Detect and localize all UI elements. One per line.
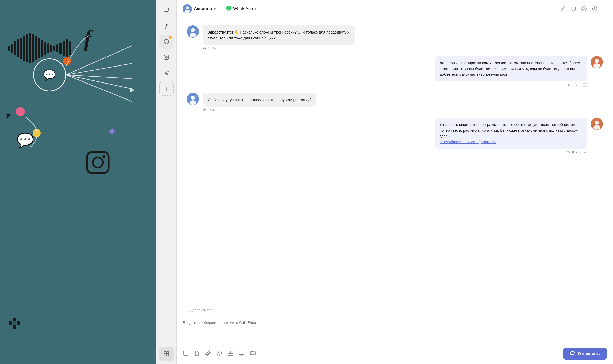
sidebar-bottom-icon[interactable]	[159, 347, 174, 361]
table-row: Здравствуйте! 👋 Насколько сложны трениро…	[187, 25, 603, 50]
svg-rect-22	[164, 354, 166, 356]
emoji-icon[interactable]	[216, 350, 222, 358]
contact-selector[interactable]: Аксинья ▾	[183, 4, 216, 13]
svg-line-12	[66, 75, 132, 102]
svg-rect-64	[228, 353, 233, 355]
svg-point-28	[228, 8, 228, 8]
whatsapp-badge	[169, 36, 172, 39]
message-bubble-4: У нас есть множество программ, которые с…	[435, 118, 587, 149]
avatar	[591, 56, 603, 68]
link-icon[interactable]	[560, 6, 565, 12]
message-meta-2: 15:37 ✓✓	[435, 83, 587, 87]
messages-area: Здравствуйте! 👋 Насколько сложны трениро…	[177, 18, 613, 304]
svg-line-11	[66, 75, 132, 89]
whatsapp-meta-icon-2: WA	[203, 108, 207, 111]
svg-rect-14	[164, 8, 169, 11]
yellow-dot	[33, 129, 41, 137]
list-item: У нас есть множество программ, которые с…	[435, 118, 587, 154]
more-options-icon[interactable]: ···	[603, 6, 607, 12]
clock-icon[interactable]	[592, 6, 597, 12]
message-meta-3: WA 15:37	[203, 108, 316, 112]
svg-point-27	[226, 6, 231, 11]
sidebar-item-telegram[interactable]	[159, 66, 174, 80]
svg-point-45	[191, 96, 195, 100]
svg-rect-4	[13, 318, 16, 321]
list-item: Да, первые тренировки самые легкие, зате…	[435, 56, 587, 87]
svg-rect-0	[87, 152, 109, 173]
whatsapp-meta-icon: WA	[203, 47, 207, 50]
svg-rect-43	[583, 83, 587, 86]
paper-plane-icon: ➤	[4, 110, 13, 121]
svg-rect-21	[167, 352, 169, 354]
whatsapp-bubble-icon: 💬	[17, 132, 34, 148]
diamond-sparkle-icon: ✦	[107, 124, 117, 139]
document-icon[interactable]	[194, 350, 200, 358]
channel-selector[interactable]: WhatsApp ▾	[226, 5, 256, 12]
svg-rect-20	[164, 352, 166, 354]
message-bubble-1: Здравствуйте! 👋 Насколько сложны трениро…	[203, 25, 355, 45]
pink-dot	[16, 107, 25, 116]
svg-point-42	[593, 63, 600, 68]
svg-rect-69	[571, 352, 574, 355]
sidebar-item-instagram[interactable]	[159, 50, 174, 64]
svg-line-10	[66, 75, 132, 79]
tag-input-area[interactable]: + + Добавить тег...	[177, 304, 613, 316]
svg-point-33	[582, 7, 586, 11]
sidebar-item-chat[interactable]	[159, 3, 174, 17]
header-divider	[221, 5, 221, 13]
checkmark-icon[interactable]	[581, 6, 587, 12]
message-input-area	[177, 316, 613, 345]
double-check-icon: ✓✓	[575, 83, 581, 87]
svg-rect-23	[167, 354, 169, 356]
circle-chat-icon: 💬	[33, 58, 66, 91]
message-icon-2	[583, 151, 587, 154]
message-bubble-2: Да, первые тренировки самые легкие, зате…	[435, 56, 587, 81]
message-input[interactable]	[183, 320, 607, 341]
svg-rect-68	[250, 352, 254, 355]
svg-rect-5	[13, 321, 16, 325]
note-icon[interactable]	[183, 350, 189, 358]
svg-rect-30	[571, 7, 576, 10]
main-chat-area: Аксинья ▾ WhatsApp ▾	[177, 0, 613, 364]
message-meta-4: 15:38 ✓✓	[435, 150, 587, 154]
send-button-label: Отправить	[578, 352, 600, 356]
template-icon[interactable]	[227, 350, 234, 358]
comment-icon[interactable]	[571, 6, 576, 12]
svg-rect-16	[164, 55, 169, 60]
svg-point-2	[102, 155, 105, 158]
tag-placeholder: + Добавить тег...	[187, 308, 214, 312]
svg-point-17	[165, 56, 167, 58]
svg-rect-65	[239, 351, 244, 355]
svg-point-59	[217, 351, 222, 355]
facebook-large-icon: f	[84, 25, 91, 52]
screen-icon[interactable]	[239, 350, 245, 358]
svg-text:WA: WA	[203, 47, 206, 49]
contact-chevron-icon: ▾	[214, 7, 216, 11]
sidebar-item-facebook[interactable]: f	[159, 19, 174, 33]
instagram-large-icon	[85, 150, 111, 181]
svg-point-1	[93, 157, 103, 168]
avatar	[187, 25, 199, 38]
svg-rect-3	[9, 321, 12, 325]
svg-point-41	[595, 59, 599, 63]
sidebar-add-channel[interactable]: +	[159, 82, 174, 96]
slack-icon	[8, 316, 22, 334]
left-illustration-panel: f 💬 ➤ 💬 ✦	[0, 0, 156, 364]
video-icon[interactable]	[250, 350, 256, 358]
paperclip-icon[interactable]	[205, 350, 211, 358]
sidebar-bottom	[159, 347, 174, 361]
message-meta-1: WA 15:36	[203, 46, 355, 50]
svg-rect-62	[228, 351, 230, 353]
channel-chevron-icon: ▾	[255, 7, 256, 11]
svg-point-15	[164, 39, 169, 44]
sidebar: f +	[156, 0, 177, 364]
list-item: Здравствуйте! 👋 Насколько сложны трениро…	[203, 25, 355, 50]
send-button[interactable]: Отправить	[563, 348, 607, 360]
table-row: У нас есть множество программ, которые с…	[187, 118, 603, 154]
svg-point-50	[595, 121, 599, 125]
svg-point-61	[220, 352, 220, 353]
whatsapp-channel-icon	[226, 5, 232, 12]
sidebar-item-whatsapp[interactable]	[159, 35, 174, 49]
svg-point-26	[185, 10, 190, 13]
message-link[interactable]: https://fitness-now.com/programs	[440, 140, 496, 144]
